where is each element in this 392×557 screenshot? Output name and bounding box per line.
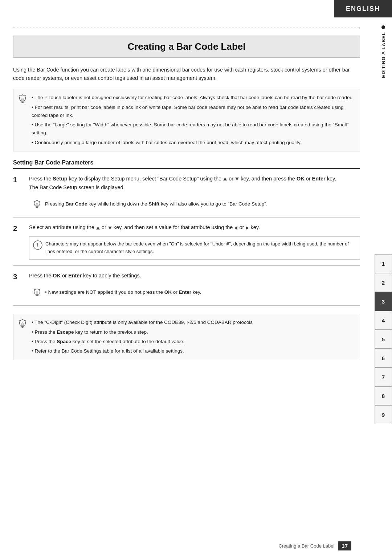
step-1-content: Press the Setup key to display the Setup… xyxy=(29,175,360,211)
svg-line-5 xyxy=(20,95,20,96)
step-2-number: 2 xyxy=(13,223,24,233)
tab-4[interactable]: 4 xyxy=(375,311,392,330)
footer-page-number: 37 xyxy=(338,541,351,550)
bottom-note-2: • Press the Escape key to return to the … xyxy=(32,328,354,336)
svg-line-24 xyxy=(25,320,26,321)
svg-line-4 xyxy=(25,95,26,96)
section-heading: Setting Bar Code Parameters xyxy=(13,159,360,169)
note-box-top: • The P-touch labeler is not designed ex… xyxy=(13,89,360,151)
page-title: Creating a Bar Code Label xyxy=(127,41,245,52)
tab-3[interactable]: 3 xyxy=(375,292,392,311)
svg-line-10 xyxy=(39,201,40,202)
step-3-text: Press the OK or Enter key to apply the s… xyxy=(29,273,141,278)
svg-line-25 xyxy=(20,320,20,321)
bottom-note-1: • The "C-Digit" (Check Digit) attribute … xyxy=(32,318,354,326)
language-label: ENGLISH xyxy=(346,5,380,13)
svg-line-11 xyxy=(34,201,35,202)
step-1-subnote: Pressing Bar Code key while holding down… xyxy=(29,196,360,212)
tab-9[interactable]: 9 xyxy=(375,405,392,424)
footer-text: Creating a Bar Code Label xyxy=(278,543,334,549)
bottom-note-3: • Press the Space key to set the selecte… xyxy=(32,338,354,346)
step-2-content: Select an attribute using the or key, an… xyxy=(29,223,360,260)
svg-line-19 xyxy=(34,289,35,290)
step-2-text: Select an attribute using the or key, an… xyxy=(29,224,260,230)
footer: Creating a Bar Code Label 37 xyxy=(13,541,351,550)
step-3-subnote: • New settings are NOT applied if you do… xyxy=(29,285,360,300)
bottom-notes-box: • The "C-Digit" (Check Digit) attribute … xyxy=(13,314,360,360)
step-3-content: Press the OK or Enter key to apply the s… xyxy=(29,272,360,300)
step-2-row: 2 Select an attribute using the or key, … xyxy=(13,223,360,260)
step-3-number: 3 xyxy=(13,272,24,282)
note-bullet-3: • Use the "Large" setting for "Width" wh… xyxy=(32,121,354,137)
tab-1[interactable]: 1 xyxy=(375,254,392,273)
step-1-number: 1 xyxy=(13,175,24,185)
tab-7[interactable]: 7 xyxy=(375,367,392,386)
warning-icon-step2: ! xyxy=(33,240,42,253)
svg-line-18 xyxy=(39,289,40,290)
step-3-subnote-text: • New settings are NOT applied if you do… xyxy=(45,288,201,296)
tab-5[interactable]: 5 xyxy=(375,330,392,349)
tab-6[interactable]: 6 xyxy=(375,349,392,367)
bottom-note-4: • Refer to the Bar Code Settings table f… xyxy=(32,347,354,355)
note-bullet-1: • The P-touch labeler is not designed ex… xyxy=(32,94,354,102)
step-2-warnote-text: Characters may not appear below the bar … xyxy=(45,240,355,256)
lightbulb-icon-step1 xyxy=(33,199,41,213)
lightbulb-icon-step3 xyxy=(33,288,41,301)
number-tabs: 1 2 3 4 5 6 7 8 9 xyxy=(375,254,392,424)
step-2-warnote: ! Characters may not appear below the ba… xyxy=(29,236,360,260)
lightbulb-icon-bottom xyxy=(18,318,28,329)
step-3-row: 3 Press the OK or Enter key to apply the… xyxy=(13,272,360,300)
step-3-container: 3 Press the OK or Enter key to apply the… xyxy=(13,266,360,306)
dotted-separator xyxy=(13,28,360,28)
step-1-row: 1 Press the Setup key to display the Set… xyxy=(13,175,360,211)
editing-label-dot xyxy=(381,25,385,29)
language-header: ENGLISH xyxy=(334,0,392,17)
tab-8[interactable]: 8 xyxy=(375,386,392,405)
step-1-container: 1 Press the Setup key to display the Set… xyxy=(13,169,360,217)
intro-paragraph: Using the Bar Code function you can crea… xyxy=(13,66,360,82)
step-2-container: 2 Select an attribute using the or key, … xyxy=(13,217,360,266)
step-1-text-a: Press the Setup key to display the Setup… xyxy=(29,176,336,190)
main-content: Creating a Bar Code Label Using the Bar … xyxy=(0,17,373,557)
note-text-top: • The P-touch labeler is not designed ex… xyxy=(32,94,354,147)
note-bullet-2: • For best results, print bar code label… xyxy=(32,103,354,120)
bottom-notes-text: • The "C-Digit" (Check Digit) attribute … xyxy=(32,318,354,355)
note-bullet-4: • Continuously printing a large number o… xyxy=(32,139,354,147)
page-title-box: Creating a Bar Code Label xyxy=(13,36,360,58)
step-1-subnote-text: Pressing Bar Code key while holding down… xyxy=(45,200,268,208)
svg-text:!: ! xyxy=(37,242,39,249)
tab-2[interactable]: 2 xyxy=(375,273,392,292)
editing-label-text: EDITING A LABEL xyxy=(381,32,386,78)
lightbulb-icon xyxy=(18,94,28,104)
editing-label-sidebar: EDITING A LABEL xyxy=(375,22,392,78)
